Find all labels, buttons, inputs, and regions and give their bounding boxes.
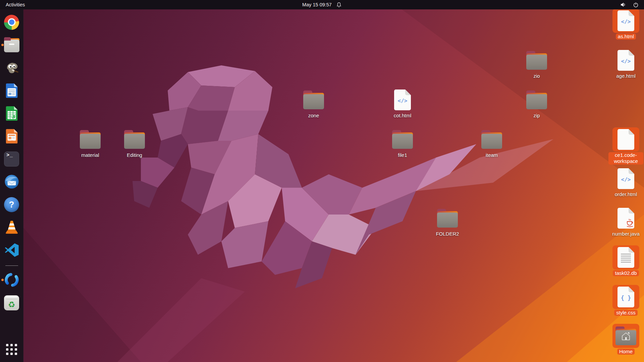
desktop-item-zone[interactable]: zone <box>296 88 331 119</box>
desktop-item-label: Editing <box>127 152 142 158</box>
folder-icon <box>523 88 550 112</box>
notification-bell-icon <box>336 2 342 8</box>
trash-icon: ♻ <box>4 295 19 310</box>
html-file-icon: </> <box>612 48 639 72</box>
folder-icon <box>77 127 104 152</box>
terminal-prompt-glyph: >_ <box>6 153 13 158</box>
desktop-item-label: zio <box>533 73 540 79</box>
dock-item-trash[interactable]: ♻ <box>0 295 23 311</box>
system-status-area[interactable] <box>615 0 644 9</box>
html-file-icon: </> <box>389 88 416 112</box>
desktop-item-label: material <box>81 152 99 158</box>
dock-item-help[interactable]: ? <box>0 196 23 213</box>
dock-item-impress[interactable] <box>0 128 23 144</box>
volume-icon[interactable] <box>620 0 626 9</box>
desktop-item-label: FOLDER2 <box>436 231 459 237</box>
html-file-icon: </> <box>612 167 639 191</box>
dock-separator <box>5 265 18 266</box>
desktop-item-home[interactable]: Home <box>608 324 643 355</box>
desktop-item-editing[interactable]: Editing <box>117 127 152 158</box>
desktop-item-number-java[interactable]: number.java <box>608 206 643 237</box>
desktop-item-label: as.html <box>616 34 636 40</box>
desktop-item-label: order.html <box>615 191 637 197</box>
desktop-item-file1[interactable]: file1 <box>385 127 420 158</box>
css-braces-glyph: { } <box>618 295 634 301</box>
html-glyph: </> <box>618 58 634 64</box>
text-lines-glyph <box>621 254 631 264</box>
desktop-item-ce1-code-workspace[interactable]: ce1.code-workspace <box>608 127 643 165</box>
help-icon: ? <box>4 197 19 212</box>
blue-ring-app-icon <box>4 272 19 288</box>
vscode-icon <box>4 242 19 258</box>
top-bar: Activities May 15 09:57 <box>0 0 644 9</box>
desktop-item-zio[interactable]: zio <box>519 48 554 79</box>
desktop-item-label: style.css <box>614 310 638 316</box>
desktop-item-label: ce1.code-workspace <box>608 152 643 165</box>
ubuntu-desktop: Activities May 15 09:57 <box>0 0 644 362</box>
blank-file-icon <box>612 127 639 152</box>
folder-icon <box>478 127 505 152</box>
terminal-icon: >_ <box>4 152 19 167</box>
html-file-icon: </> <box>612 9 639 33</box>
file-manager-icon <box>4 40 19 52</box>
desktop-item-material[interactable]: material <box>73 127 108 158</box>
desktop-item-label: file1 <box>398 152 407 158</box>
desktop-item-label: age.html <box>616 73 636 79</box>
desktop-item-folder2[interactable]: FOLDER2 <box>430 206 465 237</box>
dock-item-chrome[interactable] <box>0 14 23 30</box>
desktop-item-style-css[interactable]: { } style.css <box>608 285 643 316</box>
folder-icon <box>389 127 416 152</box>
desktop-item-label: iteam <box>486 152 498 158</box>
chrome-icon <box>4 15 19 30</box>
html-glyph: </> <box>394 98 411 104</box>
desktop-item-zip[interactable]: zip <box>519 88 554 119</box>
desktop-item-iteam[interactable]: iteam <box>474 127 509 158</box>
clock-button[interactable]: May 15 09:57 <box>302 0 342 9</box>
help-question-glyph: ? <box>9 199 14 210</box>
libreoffice-calc-icon <box>4 106 19 121</box>
folder-icon <box>523 48 550 72</box>
show-applications-button[interactable] <box>0 341 23 357</box>
html-glyph: </> <box>618 176 634 183</box>
dock: >_ ? <box>0 9 23 362</box>
html-glyph: </> <box>618 18 634 25</box>
gimp-icon <box>4 60 19 75</box>
clock-label: May 15 09:57 <box>302 2 332 7</box>
folder-icon <box>434 206 461 230</box>
desktop-item-label: task02.db <box>613 270 639 276</box>
dock-item-terminal[interactable]: >_ <box>0 151 23 167</box>
dock-item-writer[interactable] <box>0 82 23 99</box>
dock-item-calc[interactable] <box>0 105 23 121</box>
folder-icon <box>300 88 327 112</box>
house-glyph <box>621 331 631 342</box>
dock-item-vlc[interactable] <box>0 219 23 235</box>
dock-item-blue-ring-app[interactable] <box>0 272 23 288</box>
desktop-item-label: number.java <box>612 231 640 237</box>
show-applications-grid-icon <box>6 344 17 355</box>
thunderbird-icon <box>4 174 19 189</box>
dock-item-thunderbird[interactable] <box>0 174 23 190</box>
desktop-item-label: Home <box>617 349 635 355</box>
home-folder-icon <box>612 324 639 348</box>
desktop-item-cot-html[interactable]: </> cot.html <box>385 88 420 119</box>
text-file-icon <box>612 245 639 269</box>
activities-button[interactable]: Activities <box>0 0 31 9</box>
desktop-item-label: zone <box>308 113 319 119</box>
css-file-icon: { } <box>612 285 639 309</box>
libreoffice-impress-icon <box>4 128 19 144</box>
vlc-icon <box>4 220 19 235</box>
desktop-item-task02-db[interactable]: task02.db <box>608 245 643 276</box>
desktop-item-age-html[interactable]: </> age.html <box>608 48 643 79</box>
dock-item-vscode[interactable] <box>0 242 23 258</box>
desktop-item-label: zip <box>533 113 540 119</box>
dock-item-gimp[interactable] <box>0 60 23 76</box>
power-icon[interactable] <box>633 0 639 9</box>
desktop-item-order-html[interactable]: </> order.html <box>608 167 643 197</box>
folder-icon <box>121 127 148 152</box>
dock-item-files[interactable] <box>0 37 23 53</box>
libreoffice-writer-icon <box>4 83 19 98</box>
desktop-item-label: cot.html <box>394 113 412 119</box>
desktop-item-as-html[interactable]: </> as.html <box>608 9 643 40</box>
java-file-icon <box>612 206 639 230</box>
recycle-glyph: ♻ <box>8 299 15 310</box>
